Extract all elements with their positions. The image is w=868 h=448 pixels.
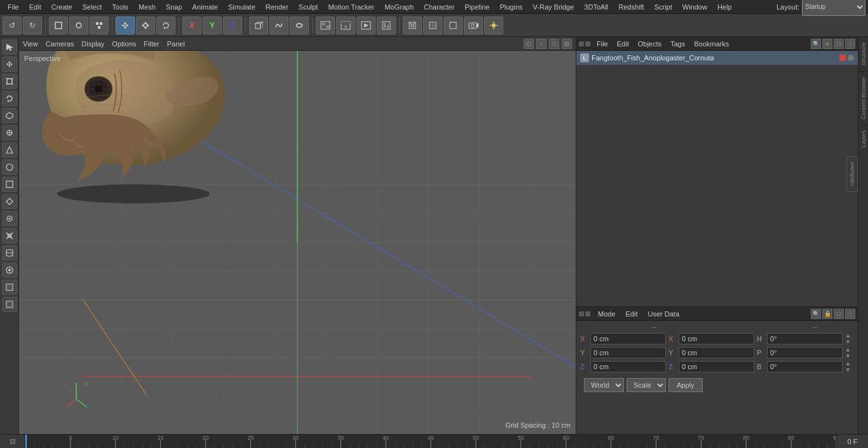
viewport-menu-filter[interactable]: Filter (144, 40, 159, 48)
sidebar-scale-btn[interactable] (2, 74, 17, 89)
menu-render[interactable]: Render (261, 2, 294, 12)
menu-pipeline[interactable]: Pipeline (459, 2, 494, 12)
vtab-content-browser[interactable]: Content Browser (858, 71, 868, 125)
render-pic-viewer-button[interactable] (336, 17, 355, 34)
attr-menu-mode[interactable]: Mode (595, 309, 618, 319)
apply-button[interactable]: Apply (668, 378, 703, 392)
sidebar-btn-16[interactable] (2, 297, 17, 312)
layout-dropdown[interactable]: Startup (802, 0, 865, 16)
undo-button[interactable]: ↺ (3, 17, 22, 34)
menu-3dtoall[interactable]: 3DToAll (579, 2, 613, 12)
menu-file[interactable]: File (3, 2, 24, 12)
viewport-menu-cameras[interactable]: Cameras (46, 40, 74, 48)
model-mode-button[interactable] (49, 17, 68, 34)
redo-button[interactable]: ↻ (23, 17, 42, 34)
attr-menu-edit[interactable]: Edit (623, 309, 641, 319)
render-settings-button[interactable] (377, 17, 396, 34)
rotate-tool-button[interactable] (156, 17, 175, 34)
vtab-attributes[interactable]: Attributes (846, 156, 858, 192)
menu-sculpt[interactable]: Sculpt (294, 2, 323, 12)
viewport-menu-options[interactable]: Options (112, 40, 136, 48)
attr-expand-icon[interactable]: □ (834, 309, 844, 319)
menu-window[interactable]: Window (677, 2, 712, 12)
point-mode-button[interactable] (90, 17, 109, 34)
scale-tool-button[interactable] (136, 17, 155, 34)
coord-x-size-field[interactable]: 0 cm (679, 333, 754, 344)
menu-animate[interactable]: Animate (187, 2, 223, 12)
obj-menu-bookmarks[interactable]: Bookmarks (691, 39, 731, 49)
deformer-button[interactable] (290, 17, 309, 34)
vtab-layers[interactable]: Layers (858, 125, 868, 153)
obj-search-icon[interactable]: 🔍 (811, 39, 821, 49)
coord-z-size-field[interactable]: 0 cm (679, 361, 754, 372)
coord-x-pos-field[interactable]: 0 cm (590, 333, 666, 344)
coord-p-field[interactable]: 0° (767, 347, 843, 358)
nurbs-button[interactable] (269, 17, 288, 34)
sidebar-btn-9[interactable] (2, 177, 17, 192)
viewport-ctrl-1[interactable]: ⬡ (524, 39, 534, 49)
obj-more-icon[interactable]: ⋮ (845, 39, 855, 49)
coord-z-pos-field[interactable]: 0 cm (590, 361, 666, 372)
sidebar-btn-11[interactable] (2, 211, 17, 226)
attr-menu-user-data[interactable]: User Data (646, 309, 682, 319)
right-view-btn[interactable] (444, 17, 463, 34)
obj-menu-tags[interactable]: Tags (668, 39, 688, 49)
sidebar-btn-8[interactable] (2, 160, 17, 175)
viewport-menu-view[interactable]: View (23, 40, 38, 48)
menu-simulate[interactable]: Simulate (223, 2, 261, 12)
menu-tools[interactable]: Tools (107, 2, 133, 12)
attr-search-icon[interactable]: 🔍 (811, 309, 821, 319)
timeline-ruler[interactable] (25, 435, 836, 449)
sidebar-btn-6[interactable] (2, 125, 17, 140)
obj-menu-edit[interactable]: Edit (614, 39, 632, 49)
menu-mograph[interactable]: MoGraph (379, 2, 419, 12)
menu-character[interactable]: Character (419, 2, 459, 12)
viewport-ctrl-4[interactable]: ⊟ (562, 39, 572, 49)
world-dropdown[interactable]: World (584, 378, 624, 392)
menu-plugins[interactable]: Plugins (494, 2, 527, 12)
menu-mesh[interactable]: Mesh (133, 2, 161, 12)
cube-button[interactable] (249, 17, 268, 34)
menu-redshift[interactable]: Redshift (613, 2, 649, 12)
x-axis-button[interactable]: X (182, 17, 201, 34)
menu-create[interactable]: Create (46, 2, 78, 12)
menu-edit[interactable]: Edit (24, 2, 46, 12)
viewport-menu-display[interactable]: Display (81, 40, 104, 48)
render-region-button[interactable] (316, 17, 335, 34)
perspective-view-btn[interactable] (403, 17, 422, 34)
sidebar-btn-10[interactable] (2, 194, 17, 209)
top-view-btn[interactable] (423, 17, 442, 34)
mesh-edit-button[interactable] (69, 17, 88, 34)
viewport-ctrl-2[interactable]: ↕ (536, 39, 546, 49)
sidebar-btn-13[interactable] (2, 245, 17, 261)
obj-filter-icon[interactable]: ≡ (822, 39, 832, 49)
scale-dropdown[interactable]: Scale (627, 378, 666, 392)
vtab-structure[interactable]: Structure (858, 37, 868, 71)
obj-expand-icon[interactable]: □ (834, 39, 844, 49)
attr-more-icon[interactable]: ⋮ (845, 309, 855, 319)
menu-snap[interactable]: Snap (161, 2, 187, 12)
sidebar-btn-12[interactable] (2, 228, 17, 243)
coord-y-pos-field[interactable]: 0 cm (590, 347, 666, 358)
coord-y-size-field[interactable]: 0 cm (679, 347, 754, 358)
coord-b-field[interactable]: 0° (767, 361, 843, 372)
sidebar-select-btn[interactable] (2, 39, 17, 55)
obj-menu-objects[interactable]: Objects (635, 39, 664, 49)
sidebar-btn-7[interactable] (2, 142, 17, 158)
y-axis-button[interactable]: Y (203, 17, 222, 34)
obj-menu-file[interactable]: File (594, 39, 611, 49)
viewport-menu-panel[interactable]: Panel (167, 40, 185, 48)
camera-btn[interactable] (464, 17, 483, 34)
tree-item-fish[interactable]: L Fangtooth_Fish_Anoplogaster_Cornuta (576, 51, 858, 65)
light-btn[interactable] (484, 17, 503, 34)
menu-help[interactable]: Help (712, 2, 737, 12)
render-active-view-button[interactable] (356, 17, 376, 34)
menu-script[interactable]: Script (649, 2, 677, 12)
sidebar-btn-5[interactable] (2, 108, 17, 123)
z-axis-button[interactable]: Z (223, 17, 242, 34)
menu-motion-tracker[interactable]: Motion Tracker (323, 2, 379, 12)
menu-vray[interactable]: V-Ray Bridge (528, 2, 580, 12)
viewport-canvas[interactable]: X Y Z Perspective Grid Spacing : 10 cm (19, 51, 576, 434)
viewport-ctrl-3[interactable]: □ (549, 39, 559, 49)
sidebar-btn-14[interactable] (2, 262, 17, 278)
